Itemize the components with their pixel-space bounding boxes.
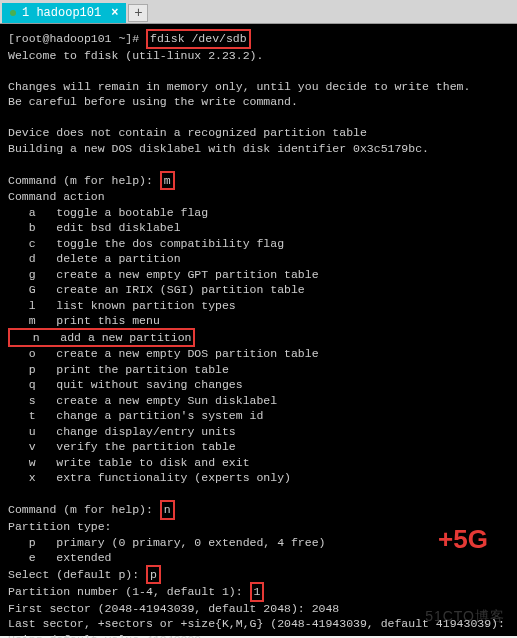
line: Welcome to fdisk (util-linux 2.23.2). bbox=[8, 49, 263, 62]
close-icon[interactable]: × bbox=[111, 6, 118, 20]
line: Partition type: bbox=[8, 520, 112, 533]
action-b: b edit bsd disklabel bbox=[8, 221, 181, 234]
status-dot-icon bbox=[10, 10, 16, 16]
annotation-5g: +5G bbox=[438, 522, 488, 557]
action-g: g create a new empty GPT partition table bbox=[8, 268, 319, 281]
highlight-1-input: 1 bbox=[250, 582, 265, 602]
highlight-action-n: n add a new partition bbox=[8, 328, 195, 348]
cmd-help-prompt: Command (m for help): bbox=[8, 503, 153, 516]
line: Changes will remain in memory only, unti… bbox=[8, 80, 470, 93]
line: Building a new DOS disklabel with disk i… bbox=[8, 142, 429, 155]
line: Device does not contain a recognized par… bbox=[8, 126, 367, 139]
tab-bar: 1 hadoop101 × + bbox=[0, 0, 517, 24]
action-x: x extra functionality (experts only) bbox=[8, 471, 291, 484]
watermark: 51CTO博客 bbox=[425, 607, 505, 626]
line: Be careful before using the write comman… bbox=[8, 95, 298, 108]
highlight-p-input: p bbox=[146, 565, 161, 585]
action-a: a toggle a bootable flag bbox=[8, 206, 208, 219]
line: Command action bbox=[8, 190, 105, 203]
action-o: o create a new empty DOS partition table bbox=[8, 347, 319, 360]
ptype-extended: e extended bbox=[8, 551, 112, 564]
cmd-help-prompt: Command (m for help): bbox=[8, 174, 153, 187]
first-sector: First sector (2048-41943039, default 204… bbox=[8, 602, 339, 615]
select-prompt: Select (default p): bbox=[8, 568, 139, 581]
action-m: m print this menu bbox=[8, 314, 160, 327]
action-q: q quit without saving changes bbox=[8, 378, 243, 391]
using-default: Using default value 41943039 bbox=[8, 633, 201, 638]
tab-label: 1 hadoop101 bbox=[22, 6, 101, 20]
highlight-fdisk-command: fdisk /dev/sdb bbox=[146, 29, 251, 49]
action-d: d delete a partition bbox=[8, 252, 181, 265]
partition-number-prompt: Partition number (1-4, default 1): bbox=[8, 585, 243, 598]
action-s: s create a new empty Sun disklabel bbox=[8, 394, 277, 407]
action-v: v verify the partition table bbox=[8, 440, 236, 453]
action-G: G create an IRIX (SGI) partition table bbox=[8, 283, 305, 296]
new-tab-button[interactable]: + bbox=[128, 4, 148, 22]
action-u: u change display/entry units bbox=[8, 425, 236, 438]
action-l: l list known partition types bbox=[8, 299, 236, 312]
action-t: t change a partition's system id bbox=[8, 409, 263, 422]
action-p: p print the partition table bbox=[8, 363, 229, 376]
terminal-output[interactable]: [root@hadoop101 ~]# fdisk /dev/sdb Welco… bbox=[0, 24, 517, 636]
highlight-m-input: m bbox=[160, 171, 175, 191]
prompt: [root@hadoop101 ~]# bbox=[8, 32, 139, 45]
plus-icon: + bbox=[134, 5, 142, 21]
action-c: c toggle the dos compatibility flag bbox=[8, 237, 284, 250]
action-w: w write table to disk and exit bbox=[8, 456, 250, 469]
tab-hadoop101[interactable]: 1 hadoop101 × bbox=[2, 3, 126, 23]
ptype-primary: p primary (0 primary, 0 extended, 4 free… bbox=[8, 536, 325, 549]
highlight-n-input: n bbox=[160, 500, 175, 520]
